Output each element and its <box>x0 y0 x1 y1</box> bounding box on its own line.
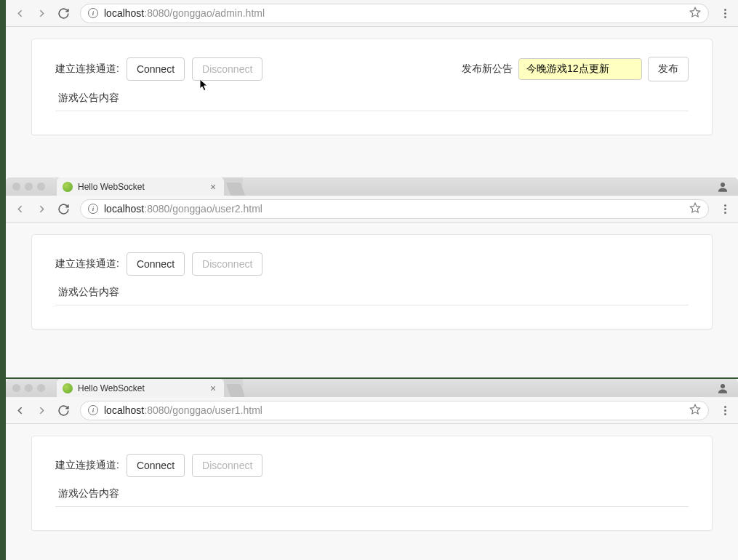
content-title: 游戏公告内容 <box>55 487 689 507</box>
announcement-input[interactable] <box>518 58 642 80</box>
connect-button[interactable]: Connect <box>127 252 185 276</box>
svg-marker-0 <box>690 7 699 17</box>
connect-label: 建立连接通道: <box>55 459 119 472</box>
page-content: 建立连接通道: Connect Disconnect 游戏公告内容 <box>6 424 738 560</box>
disconnect-button[interactable]: Disconnect <box>192 252 262 276</box>
reload-button[interactable] <box>54 401 73 420</box>
disconnect-button[interactable]: Disconnect <box>192 454 262 477</box>
tab-bar: Hello WebSocket × <box>57 379 243 397</box>
forward-button[interactable] <box>32 199 51 218</box>
close-window-icon[interactable] <box>12 183 20 191</box>
publish-button[interactable]: 发布 <box>648 57 689 81</box>
user1-card: 建立连接通道: Connect Disconnect 游戏公告内容 <box>31 436 713 531</box>
bookmark-star-icon[interactable] <box>689 202 701 216</box>
browser-window-user1: Hello WebSocket × i localhost:8080/gongg… <box>6 379 738 560</box>
user2-card: 建立连接通道: Connect Disconnect 游戏公告内容 <box>31 234 713 329</box>
svg-marker-4 <box>690 404 699 414</box>
browser-menu-button[interactable] <box>716 401 734 419</box>
url-bar[interactable]: i localhost:8080/gonggao/admin.html <box>80 4 709 23</box>
new-tab-button[interactable] <box>226 183 246 196</box>
tab-title: Hello WebSocket <box>78 383 145 393</box>
browser-menu-button[interactable] <box>716 200 734 217</box>
minimize-window-icon[interactable] <box>25 183 33 191</box>
site-info-icon[interactable]: i <box>88 204 98 214</box>
back-button[interactable] <box>10 199 29 218</box>
window-controls <box>12 183 45 191</box>
content-title: 游戏公告内容 <box>55 286 689 305</box>
svg-point-3 <box>721 384 725 388</box>
profile-icon[interactable] <box>716 382 729 395</box>
favicon-icon <box>63 383 73 393</box>
publish-group: 发布新公告 发布 <box>462 57 689 81</box>
browser-tab[interactable]: Hello WebSocket × <box>57 379 224 397</box>
new-tab-button[interactable] <box>226 384 246 397</box>
connect-button[interactable]: Connect <box>127 57 185 81</box>
browser-menu-button[interactable] <box>716 4 734 22</box>
tab-close-icon[interactable]: × <box>208 383 218 394</box>
content-title: 游戏公告内容 <box>55 92 689 111</box>
url-bar[interactable]: i localhost:8080/gonggao/user1.html <box>80 401 709 420</box>
back-button[interactable] <box>10 4 29 23</box>
favicon-icon <box>63 182 73 192</box>
admin-card: 建立连接通道: Connect Disconnect 发布新公告 发布 游戏公告… <box>31 39 713 135</box>
url-bar[interactable]: i localhost:8080/gonggao/user2.html <box>80 199 709 219</box>
close-window-icon[interactable] <box>12 384 20 392</box>
forward-button[interactable] <box>32 401 51 420</box>
site-info-icon[interactable]: i <box>88 405 98 415</box>
disconnect-button[interactable]: Disconnect <box>192 57 262 81</box>
bookmark-star-icon[interactable] <box>689 7 701 20</box>
title-bar: Hello WebSocket × <box>6 379 738 397</box>
url-text: localhost:8080/gonggao/admin.html <box>104 7 265 19</box>
connect-label: 建立连接通道: <box>55 63 119 76</box>
navigation-bar: i localhost:8080/gonggao/admin.html <box>6 0 738 27</box>
page-content: 建立连接通道: Connect Disconnect 发布新公告 发布 游戏公告… <box>6 27 738 194</box>
site-info-icon[interactable]: i <box>88 8 98 18</box>
tab-title: Hello WebSocket <box>78 182 145 192</box>
reload-button[interactable] <box>54 4 73 23</box>
browser-window-admin: i localhost:8080/gonggao/admin.html 建立连接… <box>6 0 738 167</box>
minimize-window-icon[interactable] <box>25 384 33 392</box>
reload-button[interactable] <box>54 199 73 218</box>
tab-bar: Hello WebSocket × <box>57 177 243 196</box>
url-text: localhost:8080/gonggao/user2.html <box>104 203 262 215</box>
user2-controls-row: 建立连接通道: Connect Disconnect <box>55 252 689 276</box>
bookmark-star-icon[interactable] <box>689 404 701 417</box>
url-text: localhost:8080/gonggao/user1.html <box>104 404 262 416</box>
back-button[interactable] <box>10 401 29 420</box>
admin-controls-row: 建立连接通道: Connect Disconnect 发布新公告 发布 <box>55 57 689 81</box>
page-content: 建立连接通道: Connect Disconnect 游戏公告内容 <box>6 223 738 377</box>
svg-point-1 <box>721 183 725 187</box>
connect-button[interactable]: Connect <box>127 454 185 477</box>
publish-label: 发布新公告 <box>462 63 513 76</box>
maximize-window-icon[interactable] <box>37 183 45 191</box>
connect-label: 建立连接通道: <box>55 257 119 271</box>
window-controls <box>12 384 45 392</box>
navigation-bar: i localhost:8080/gonggao/user1.html <box>6 397 738 424</box>
browser-tab[interactable]: Hello WebSocket × <box>57 177 224 196</box>
profile-icon[interactable] <box>716 180 729 193</box>
forward-button[interactable] <box>32 4 51 23</box>
svg-marker-2 <box>690 203 699 212</box>
user1-controls-row: 建立连接通道: Connect Disconnect <box>55 454 689 477</box>
maximize-window-icon[interactable] <box>37 384 45 392</box>
title-bar: Hello WebSocket × <box>6 177 738 196</box>
tab-close-icon[interactable]: × <box>208 181 218 193</box>
browser-window-user2: Hello WebSocket × i localhost:8080/gongg… <box>6 177 738 359</box>
navigation-bar: i localhost:8080/gonggao/user2.html <box>6 196 738 223</box>
